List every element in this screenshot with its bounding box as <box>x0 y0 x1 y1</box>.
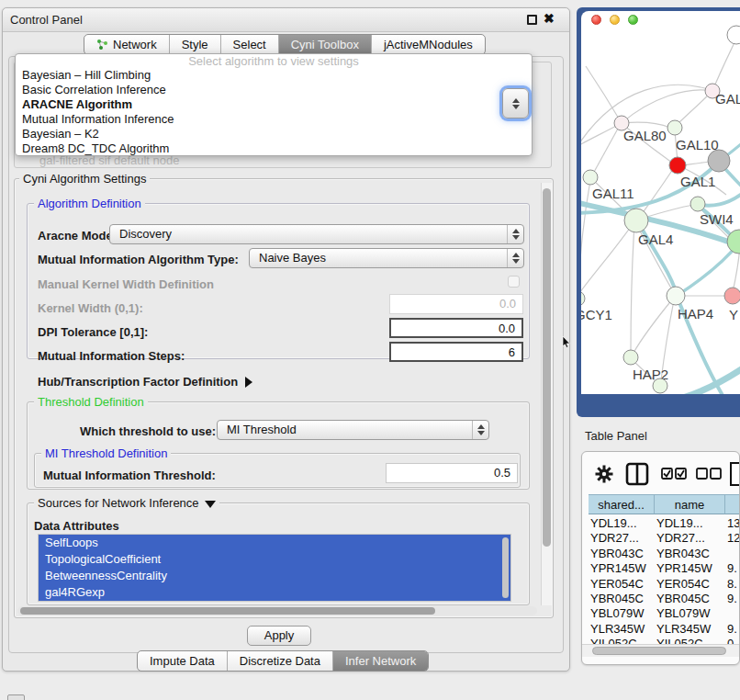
table-cell[interactable]: YDL19... <box>590 515 656 531</box>
table-cell[interactable]: YBL079W <box>656 605 727 621</box>
attribute-list-vscroll-thumb[interactable] <box>502 537 509 598</box>
network-node-y[interactable] <box>724 288 740 304</box>
manual-kernel-checkbox[interactable] <box>508 276 520 288</box>
network-node[interactable] <box>653 378 667 393</box>
close-icon[interactable]: ✖ <box>544 11 555 26</box>
attribute-list-item[interactable]: BetweennessCentrality <box>39 568 510 584</box>
table-column-header[interactable] <box>725 494 740 514</box>
mouse-cursor <box>562 336 571 348</box>
network-edge[interactable] <box>622 90 712 123</box>
table-column-header[interactable]: shared... <box>589 494 655 514</box>
algorithm-option[interactable]: Mutual Information Inference <box>16 112 532 127</box>
table-cell[interactable]: YBR043C <box>590 546 656 561</box>
table-cell[interactable]: 8. <box>727 576 740 592</box>
network-node[interactable] <box>708 150 730 172</box>
network-node[interactable] <box>727 26 740 44</box>
network-node-gal10[interactable] <box>667 120 682 135</box>
algorithm-option[interactable]: Bayesian – Hill Climbing <box>16 68 532 83</box>
tab-cyni-toolbox[interactable]: Cyni Toolbox <box>279 35 372 54</box>
attribute-list-item[interactable]: SelfLoops <box>39 535 510 551</box>
network-node-gcy1[interactable] <box>581 291 585 306</box>
tab-network[interactable]: Network <box>84 35 170 54</box>
table-cell[interactable]: YPR145W <box>656 560 727 576</box>
apply-button[interactable]: Apply <box>247 626 311 646</box>
network-node-gal1[interactable] <box>669 157 686 174</box>
network-node-gal4[interactable] <box>624 209 648 232</box>
collapse-down-icon <box>205 501 216 508</box>
table-cell[interactable]: 9. <box>727 560 740 576</box>
attribute-list-item[interactable]: gal4RGexp <box>39 584 510 601</box>
new-file-icon[interactable] <box>729 461 740 487</box>
which-threshold-value: MI Threshold <box>227 423 297 436</box>
dpi-tolerance-field[interactable]: 0.0 <box>389 318 523 338</box>
settings-horizontal-scrollbar[interactable] <box>17 606 537 615</box>
aracne-mode-combo[interactable]: Discovery <box>109 224 524 244</box>
network-window[interactable]: GALGAL80GAL10GAL1GAL11SWI4GAL4GCY1HAP4YH… <box>581 11 740 394</box>
network-edge[interactable] <box>581 180 590 296</box>
network-node-swi4[interactable] <box>690 197 705 211</box>
settings-vscroll-thumb[interactable] <box>543 188 551 547</box>
network-edge[interactable] <box>631 224 634 353</box>
settings-hscroll-thumb[interactable] <box>20 607 435 615</box>
bottom-tab-impute-data[interactable]: Impute Data <box>138 651 228 671</box>
network-canvas[interactable]: GALGAL80GAL10GAL1GAL11SWI4GAL4GCY1HAP4YH… <box>581 11 740 394</box>
network-edge[interactable] <box>712 39 736 91</box>
table-cell[interactable]: 12 <box>727 530 740 546</box>
table-cell[interactable]: YBR043C <box>656 546 727 561</box>
table-cell[interactable]: YER054C <box>590 576 656 592</box>
data-attributes-list[interactable]: SelfLoopsTopologicalCoefficientBetweenne… <box>38 534 511 602</box>
algorithm-option[interactable]: Basic Correlation Inference <box>16 83 532 97</box>
table-cell[interactable]: YLR345W <box>590 621 656 637</box>
table-cell[interactable]: YDR27... <box>656 530 727 546</box>
table-cell[interactable]: YBR045C <box>656 591 727 606</box>
sources-toggle[interactable]: Sources for Network Inference <box>34 496 219 510</box>
network-edge[interactable] <box>640 169 673 217</box>
network-edge[interactable] <box>668 365 740 394</box>
table-cell[interactable]: YLR345W <box>656 621 727 637</box>
which-threshold-combo[interactable]: MI Threshold <box>217 420 489 440</box>
minimize-traffic-light-icon[interactable] <box>610 15 620 25</box>
zoom-traffic-light-icon[interactable] <box>628 15 638 25</box>
network-edge[interactable] <box>633 299 673 353</box>
attribute-list-item[interactable]: TopologicalCoefficient <box>39 551 510 568</box>
network-edge[interactable] <box>581 224 633 296</box>
table-cell[interactable]: YBR045C <box>590 591 656 606</box>
deselect-all-checkboxes-icon[interactable] <box>696 468 722 480</box>
network-node-hap2[interactable] <box>623 350 638 365</box>
tab-jactivemnodules[interactable]: jActiveMNodules <box>372 35 485 54</box>
kernel-width-field[interactable]: 0.0 <box>389 294 523 314</box>
close-traffic-light-icon[interactable] <box>591 15 601 25</box>
gear-icon[interactable] <box>594 464 614 484</box>
table-cell[interactable]: YPR145W <box>590 560 656 576</box>
table-cell[interactable]: 9. <box>727 591 740 606</box>
settings-vertical-scrollbar[interactable] <box>541 183 552 605</box>
table-cell[interactable]: YDL19... <box>656 515 727 531</box>
algorithm-option[interactable]: Dream8 DC_TDC Algorithm <box>16 141 532 156</box>
table-horizontal-scrollbar[interactable] <box>582 644 740 657</box>
algorithm-combo-stepper[interactable] <box>502 88 529 119</box>
select-all-checkboxes-icon[interactable] <box>661 468 687 480</box>
node-label: GAL4 <box>638 231 673 247</box>
mi-type-combo[interactable]: Naive Bayes <box>249 248 524 268</box>
show-columns-icon[interactable] <box>625 462 649 486</box>
mi-steps-field[interactable]: 6 <box>389 342 523 362</box>
tab-select[interactable]: Select <box>221 35 279 54</box>
hub-definition-toggle[interactable]: Hub/Transcription Factor Definition <box>38 375 252 389</box>
table-cell[interactable]: YBL079W <box>590 605 656 621</box>
bottom-tab-infer-network[interactable]: Infer Network <box>333 651 428 671</box>
network-node-gal11[interactable] <box>583 170 598 185</box>
table-cell[interactable]: YDR27... <box>590 530 656 546</box>
network-node-hap4[interactable] <box>667 287 685 305</box>
bottom-left-button-fragment[interactable] <box>7 694 25 700</box>
table-cell[interactable]: 9. <box>727 621 740 637</box>
float-window-icon[interactable] <box>527 15 537 25</box>
bottom-tab-discretize-data[interactable]: Discretize Data <box>228 651 333 671</box>
table-cell[interactable]: YER054C <box>656 576 727 592</box>
table-cell[interactable]: 13 <box>727 515 740 531</box>
algorithm-option[interactable]: ARACNE Algorithm <box>16 97 532 112</box>
mi-threshold-field[interactable]: 0.5 <box>386 463 518 483</box>
table-column-header[interactable]: name <box>655 494 725 514</box>
table-hscroll-thumb[interactable] <box>592 647 726 655</box>
algorithm-option[interactable]: Bayesian – K2 <box>16 127 532 141</box>
tab-style[interactable]: Style <box>170 35 221 54</box>
